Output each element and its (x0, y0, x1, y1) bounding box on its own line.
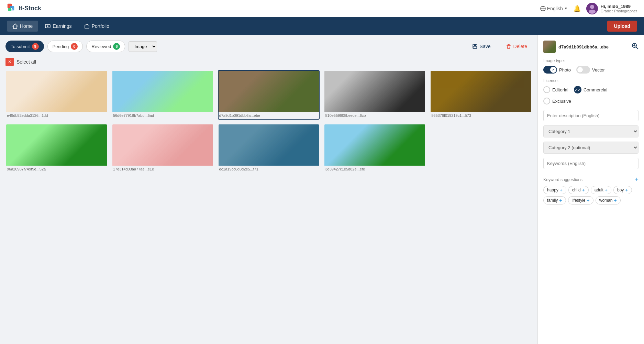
image-item[interactable]: 56d6e77918b7abd...5ad (112, 70, 214, 120)
sidebar-thumbnail (543, 41, 556, 53)
category2-select[interactable]: Category 2 (optional) (543, 142, 639, 154)
toolbar-right: Save Delete (467, 42, 532, 51)
image-item[interactable]: e49db52edda3136...1dd (5, 70, 108, 120)
vector-option[interactable]: Vector (576, 66, 605, 74)
keyword-tag[interactable]: child+ (568, 186, 589, 194)
image-type-section: Image type: ✓ Photo Vector (543, 58, 639, 74)
image-item[interactable]: 3d39427c1e5d82e...efe (324, 124, 426, 173)
upload-button[interactable]: Upload (607, 21, 637, 32)
suggestions-header: Keyword suggestions + (543, 176, 639, 183)
image-thumbnail (219, 124, 319, 166)
keyword-tag[interactable]: boy+ (613, 186, 632, 194)
commercial-radio[interactable]: ✓ (574, 86, 581, 93)
tab-reviewed[interactable]: Reviewed 6 (86, 41, 125, 52)
save-button[interactable]: Save (467, 42, 496, 51)
image-name: e49db52edda3136...1dd (6, 112, 107, 119)
keyword-add-icon: + (605, 187, 608, 193)
vector-toggle[interactable] (576, 66, 590, 74)
svg-text:i: i (9, 4, 9, 8)
reviewed-badge: 6 (113, 43, 120, 50)
exclusive-row: Exclusive (543, 98, 639, 104)
keywords-input[interactable] (543, 158, 639, 169)
type-select[interactable]: Image Video Audio (129, 41, 157, 52)
save-icon (472, 44, 478, 49)
content-area: To submit 9 Pending 0 Reviewed 6 Image V… (0, 35, 644, 344)
user-info: Hi, mido_1989 Grade : Photographer (586, 3, 637, 14)
zoom-icon[interactable] (632, 43, 639, 51)
photo-label: Photo (559, 67, 571, 73)
nav-portfolio[interactable]: Portfolio (79, 21, 115, 32)
category1-select[interactable]: Category 1 (543, 125, 639, 137)
image-item[interactable]: 810e559908beece...6cb (324, 70, 426, 120)
photo-option[interactable]: ✓ Photo (543, 66, 571, 74)
image-thumbnail (6, 71, 107, 112)
nav-links: Home Earnings Portfolio (7, 21, 115, 32)
image-name: ec1a19cc8d8d2e5...f71 (219, 166, 319, 173)
keyword-tag[interactable]: woman+ (596, 196, 621, 204)
commercial-option[interactable]: ✓ Commercial (574, 86, 607, 93)
image-item[interactable]: d7a9d1b091dbb6a...ebe (218, 70, 320, 120)
to-submit-label: To submit (11, 44, 30, 49)
to-submit-badge: 9 (32, 43, 39, 50)
image-thumbnail (324, 124, 425, 166)
delete-label: Delete (513, 44, 527, 49)
top-header: i U It-Stock English ▼ 🔔 (0, 0, 644, 17)
editorial-label: Editorial (552, 87, 568, 92)
svg-rect-24 (22, 124, 91, 166)
keyword-tag[interactable]: lifestyle+ (568, 196, 593, 204)
image-thumbnail (219, 71, 319, 112)
keyword-tag[interactable]: happy+ (543, 186, 566, 194)
description-input[interactable] (543, 110, 639, 121)
pending-label: Pending (53, 44, 69, 49)
image-thumbnail (112, 71, 213, 112)
vector-label: Vector (592, 67, 605, 73)
photo-toggle[interactable]: ✓ (543, 66, 557, 74)
image-item[interactable]: 17e314d03aa77ae...e1e (112, 124, 214, 173)
nav-earnings[interactable]: Earnings (40, 21, 77, 32)
image-thumbnail (6, 124, 107, 166)
tab-pending[interactable]: Pending 0 (47, 41, 83, 52)
image-item[interactable]: ec1a19cc8d8d2e5...f71 (218, 124, 320, 173)
keyword-tags: happy+child+adult+boy+family+lifestyle+w… (543, 186, 639, 204)
nav-portfolio-label: Portfolio (92, 23, 109, 29)
keyword-label: child (572, 188, 581, 192)
image-name: 865376f019219c1...573 (431, 112, 531, 119)
earnings-icon (45, 23, 51, 29)
keyword-label: happy (547, 188, 558, 192)
svg-point-10 (589, 10, 596, 14)
sidebar-image-info: d7a9d1b091dbb6a...ebe (543, 41, 609, 53)
toolbar: To submit 9 Pending 0 Reviewed 6 Image V… (5, 41, 532, 52)
keyword-label: boy (617, 188, 624, 192)
image-name: 810e559908beece...6cb (324, 112, 425, 119)
deselect-all-button[interactable]: ✕ (5, 58, 14, 66)
keyword-add-icon: + (625, 187, 628, 193)
add-all-button[interactable]: + (635, 176, 639, 183)
svg-rect-17 (508, 44, 510, 45)
language-selector[interactable]: English ▼ (540, 6, 568, 11)
image-item[interactable]: 96a20987f749f9e...52a (5, 124, 108, 173)
svg-line-29 (636, 47, 638, 49)
image-type-toggle-row: ✓ Photo Vector (543, 66, 639, 74)
svg-rect-23 (447, 71, 515, 112)
tab-to-submit[interactable]: To submit 9 (5, 41, 44, 52)
main-panel: To submit 9 Pending 0 Reviewed 6 Image V… (0, 35, 537, 344)
editorial-radio[interactable] (543, 86, 550, 93)
exclusive-radio[interactable] (543, 98, 550, 104)
commercial-label: Commercial (584, 87, 607, 92)
image-grid: e49db52edda3136...1dd56d6e77918b7abd...5… (5, 70, 532, 173)
exclusive-label: Exclusive (552, 99, 571, 104)
image-item[interactable]: 865376f019219c1...573 (430, 70, 532, 120)
user-greeting: Hi, mido_1989 (601, 4, 637, 9)
keyword-add-icon: + (614, 198, 617, 203)
delete-button[interactable]: Delete (501, 42, 532, 51)
keyword-tag[interactable]: family+ (543, 196, 566, 204)
nav-home[interactable]: Home (7, 21, 38, 32)
select-all-label[interactable]: Select all (16, 59, 36, 65)
sidebar-header: d7a9d1b091dbb6a...ebe (543, 41, 639, 53)
image-type-label: Image type: (543, 58, 639, 63)
notification-bell-icon[interactable]: 🔔 (573, 5, 581, 12)
editorial-option[interactable]: Editorial (543, 86, 568, 93)
keyword-tag[interactable]: adult+ (591, 186, 611, 194)
nav-bar: Home Earnings Portfolio Upload (0, 17, 644, 35)
suggestions-label: Keyword suggestions (543, 177, 582, 182)
